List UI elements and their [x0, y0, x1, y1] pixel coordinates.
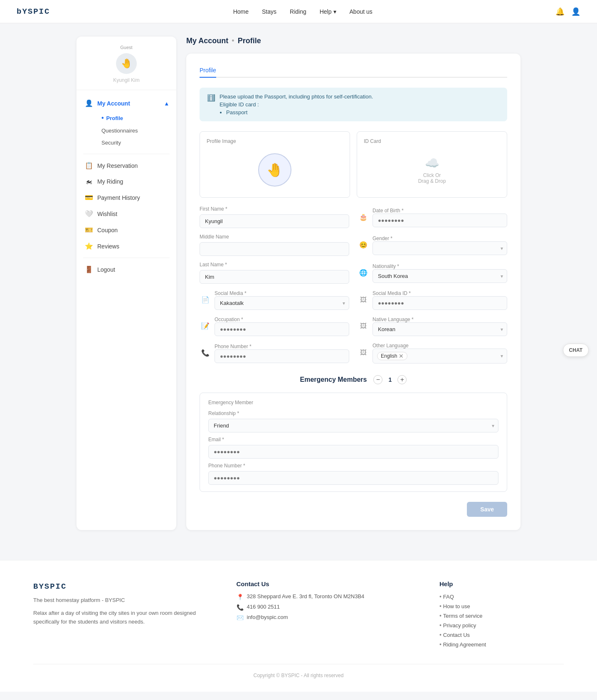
footer-phone: 📞 416 900 2511: [237, 604, 423, 611]
last-name-input[interactable]: [200, 270, 349, 284]
sidebar-item-logout[interactable]: 🚪 Logout: [76, 261, 176, 278]
social-media-group: 📄 Social Media * Kakaotalk Instagram Fac…: [200, 290, 349, 310]
save-row: Save: [200, 502, 507, 517]
profile-image-label: Profile Image: [207, 138, 343, 144]
middle-name-input[interactable]: [200, 242, 349, 256]
chat-button[interactable]: CHAT: [563, 344, 589, 357]
nav-stays[interactable]: Stays: [262, 8, 276, 15]
nav-about[interactable]: About us: [350, 8, 373, 15]
decrement-emergency-btn[interactable]: −: [373, 375, 382, 384]
tab-profile[interactable]: Profile: [200, 64, 216, 78]
emergency-section-header: Emergency Members − 1 +: [200, 375, 507, 384]
native-language-select[interactable]: Korean English Japanese Chinese: [373, 322, 507, 336]
other-language-tags[interactable]: English ✕: [373, 349, 507, 364]
social-media-id-icon: 🖼: [358, 294, 369, 306]
remove-english-tag[interactable]: ✕: [399, 353, 404, 359]
avatar-preview: 🤚: [258, 153, 291, 187]
emergency-phone-input[interactable]: [208, 471, 498, 485]
english-tag: English ✕: [377, 352, 407, 360]
sidebar-item-coupon[interactable]: 🎫 Coupon: [76, 222, 176, 238]
footer-privacy[interactable]: Privacy policy: [443, 622, 476, 629]
footer-description: Relax after a day of visiting the city s…: [33, 609, 220, 626]
occupation-icon: 📝: [200, 320, 211, 332]
account-icon: 👤: [85, 99, 93, 107]
increment-emergency-btn[interactable]: +: [397, 375, 407, 384]
footer-riding-agreement[interactable]: Riding Agreement: [443, 641, 486, 648]
nav-riding[interactable]: Riding: [290, 8, 306, 15]
email-icon: ✉️: [237, 614, 244, 621]
brand-logo[interactable]: bYSPIC: [17, 7, 50, 16]
phone-label: Phone Number *: [215, 344, 252, 349]
nationality-select[interactable]: South Korea USA Canada Japan: [373, 269, 507, 283]
footer-faq[interactable]: FAQ: [443, 594, 454, 600]
sidebar-item-reviews[interactable]: ⭐ Reviews: [76, 238, 176, 254]
sidebar-item-security[interactable]: Security: [96, 137, 176, 149]
footer-terms[interactable]: Terms of service: [443, 613, 483, 619]
chevron-down-icon: [333, 8, 336, 15]
emergency-card-label: Emergency Member: [208, 400, 498, 405]
reservation-icon: 📋: [85, 162, 93, 169]
sidebar-item-my-riding[interactable]: 🏍 My Riding: [76, 174, 176, 189]
save-button[interactable]: Save: [467, 502, 507, 517]
avatar: 🤚: [116, 53, 137, 74]
first-name-label: First Name *: [200, 206, 349, 212]
emergency-count: 1: [386, 376, 394, 383]
notification-icon[interactable]: 🔔: [555, 7, 565, 16]
first-name-input[interactable]: [200, 214, 349, 228]
sidebar-item-payment-history[interactable]: 💳 Payment History: [76, 189, 176, 206]
social-media-label: Social Media *: [215, 290, 247, 296]
sidebar-username: Kyungil Kim: [83, 77, 170, 83]
chevron-up-icon: ▴: [165, 100, 168, 107]
sidebar-item-profile[interactable]: Profile: [96, 111, 176, 125]
phone-footer-icon: 📞: [237, 604, 244, 611]
footer-how-to-use[interactable]: How to use: [443, 603, 470, 609]
id-card-label: ID Card: [364, 138, 500, 144]
relationship-select[interactable]: Friend Family Partner Colleague Other: [208, 419, 498, 432]
occupation-label: Occupation *: [215, 317, 243, 322]
social-media-select[interactable]: Kakaotalk Instagram Facebook WeChat: [215, 296, 349, 310]
profile-image-upload[interactable]: Profile Image 🤚: [200, 131, 350, 198]
sidebar-section-account: 👤 My Account ▴ Profile Questionnaires Se…: [76, 93, 176, 150]
form-grid: First Name * 🎂 Date of Birth * Middle Na…: [200, 206, 507, 364]
nav-help[interactable]: Help: [320, 8, 336, 15]
id-card-upload[interactable]: ID Card ☁️ Click Or Drag & Drop: [357, 131, 507, 198]
sidebar-item-my-account[interactable]: 👤 My Account ▴: [76, 95, 176, 111]
emergency-email-group: Email *: [208, 437, 498, 459]
occupation-input[interactable]: [215, 322, 349, 336]
gender-icon: 😊: [358, 239, 369, 251]
profile-card: Profile ℹ️ Please upload the Passport, i…: [186, 54, 521, 530]
logo-text: bYSPIC: [17, 7, 50, 16]
guest-label: Guest: [83, 45, 170, 50]
footer-tagline: The best homestay platform - BYSPIC: [33, 596, 220, 605]
footer-contact-us[interactable]: Contact Us: [443, 632, 470, 638]
social-media-icon: 📄: [200, 294, 211, 306]
nav-home[interactable]: Home: [233, 8, 249, 15]
phone-input[interactable]: [215, 349, 349, 363]
sidebar-item-my-reservation[interactable]: 📋 My Reservation: [76, 157, 176, 174]
user-icon[interactable]: 👤: [571, 7, 580, 16]
divider-2: [83, 258, 170, 258]
social-media-id-group: 🖼 Social Media ID *: [358, 290, 507, 310]
coupon-icon: 🎫: [85, 226, 93, 234]
logout-icon: 🚪: [85, 265, 93, 273]
footer-email: ✉️ info@byspic.com: [237, 614, 423, 621]
gender-label: Gender *: [373, 236, 392, 241]
profile-tabs: Profile: [200, 64, 507, 78]
gender-select[interactable]: Male Female Other: [373, 241, 507, 255]
dob-input[interactable]: [373, 214, 507, 227]
sidebar-item-wishlist[interactable]: 🤍 Wishlist: [76, 206, 176, 222]
middle-name-group: Middle Name: [200, 234, 349, 256]
sidebar-sub-account: Profile Questionnaires Security: [76, 111, 176, 149]
sidebar-item-questionnaires[interactable]: Questionnaires: [96, 125, 176, 137]
riding-icon: 🏍: [85, 178, 93, 185]
emergency-email-label: Email *: [208, 437, 498, 442]
footer: BYSPIC The best homestay platform - BYSP…: [0, 560, 597, 692]
social-media-id-input[interactable]: [373, 296, 507, 310]
emergency-email-input[interactable]: [208, 445, 498, 459]
dob-label: Date of Birth *: [373, 208, 404, 214]
other-language-icon: 🖼: [358, 347, 369, 359]
other-language-group: 🖼 Other Language English ✕ ▾: [358, 342, 507, 364]
id-card-dropzone[interactable]: ☁️ Click Or Drag & Drop: [364, 149, 500, 191]
footer-contact: Contact Us 📍 328 Sheppard Ave E. 3rd fl,…: [237, 580, 423, 651]
other-language-input[interactable]: [409, 353, 503, 359]
